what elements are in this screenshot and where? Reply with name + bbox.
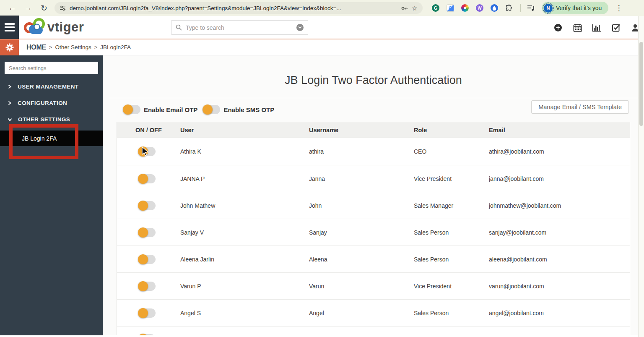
- cell-role: Sales Person: [412, 256, 489, 263]
- nordpass-icon: N: [544, 4, 553, 13]
- cell-user: Sanjay V: [180, 229, 309, 236]
- google-translate-extension-icon[interactable]: G: [447, 4, 454, 12]
- breadcrumb-other-settings[interactable]: Other Settings: [55, 44, 91, 50]
- cell-email: aleena@joobilant.com: [489, 256, 630, 263]
- column-header-role: Role: [412, 127, 489, 133]
- global-search[interactable]: [171, 20, 308, 35]
- settings-search-input[interactable]: [5, 62, 98, 74]
- user-2fa-toggle[interactable]: [139, 201, 156, 210]
- bookmark-star-icon[interactable]: ☆: [412, 4, 418, 12]
- cell-user: Athira K: [180, 148, 309, 155]
- sidebar-item-other-settings[interactable]: OTHER SETTINGS: [0, 111, 103, 128]
- table-header-row: ON / OFF User Username Role Email: [117, 122, 630, 138]
- enable-email-otp-toggle[interactable]: [124, 105, 140, 114]
- grammarly-extension-icon[interactable]: G: [432, 4, 439, 12]
- quick-create-plus-icon[interactable]: [553, 23, 563, 32]
- toggle-knob: [123, 104, 133, 115]
- table-row: Aleena Jarlin Aleena Sales Person aleena…: [117, 246, 630, 272]
- cell-email: varun@joobilant.com: [489, 283, 630, 290]
- cell-username: John: [309, 202, 412, 209]
- reports-chart-icon[interactable]: [592, 23, 601, 32]
- table-row: Sanjay V Sanjay Sales Person sanjay@joob…: [117, 219, 630, 246]
- hamburger-bar: [5, 23, 15, 25]
- address-bar[interactable]: demo.joobilant.com/JBLogin2fa_V8/index.p…: [55, 2, 423, 14]
- user-2fa-toggle[interactable]: [139, 255, 156, 264]
- enable-email-otp-label: Enable Email OTP: [144, 106, 197, 113]
- toggle-knob: [138, 308, 148, 318]
- sidebar-item-label: OTHER SETTINGS: [18, 116, 70, 123]
- cell-email: sanjay@joobilant.com: [489, 229, 630, 236]
- global-search-input[interactable]: [186, 24, 293, 31]
- sidebar-item-configuration[interactable]: CONFIGURATION: [0, 95, 103, 111]
- breadcrumb-home[interactable]: HOME: [26, 44, 46, 51]
- toggle-knob: [138, 281, 148, 291]
- sidebar-item-label: CONFIGURATION: [18, 100, 67, 106]
- tasks-checkbox-icon[interactable]: [611, 23, 621, 32]
- water-drop-extension-icon[interactable]: [491, 4, 498, 12]
- verify-identity-button[interactable]: N Verify that it's you: [542, 2, 608, 14]
- enable-sms-otp-toggle[interactable]: [203, 105, 220, 114]
- cell-username: Sanjay: [309, 229, 412, 236]
- media-side-panel-icon[interactable]: [527, 4, 536, 12]
- cell-role: CEO: [412, 148, 489, 155]
- cell-role: Vice President: [412, 283, 489, 290]
- wordtune-extension-icon[interactable]: W: [476, 4, 483, 12]
- users-2fa-table: ON / OFF User Username Role Email Athira…: [117, 122, 630, 335]
- manage-template-button[interactable]: Manage Email / SMS Template: [531, 100, 629, 114]
- search-scope-dropdown-icon[interactable]: [296, 24, 304, 31]
- cell-username: Varun: [309, 283, 412, 290]
- calendar-icon[interactable]: [573, 23, 582, 32]
- table-row: JANNA P Janna Vice President janna@joobi…: [117, 165, 630, 192]
- color-wheel-extension-icon[interactable]: [461, 4, 469, 12]
- browser-forward-button[interactable]: →: [22, 2, 34, 14]
- cell-user: John Mathew: [180, 202, 309, 209]
- table-row-partial: [117, 326, 630, 335]
- page-title: JB Login Two Factor Authentication: [103, 55, 644, 87]
- url-text: demo.joobilant.com/JBLogin2fa_V8/index.p…: [70, 5, 397, 11]
- title-divider: [109, 98, 644, 98]
- browser-reload-button[interactable]: ↻: [38, 2, 50, 14]
- cell-user: Angel S: [180, 310, 309, 316]
- table-row: Varun P Varun Vice President varun@joobi…: [117, 272, 630, 299]
- cell-username: Aleena: [309, 256, 412, 263]
- toggle-knob: [138, 227, 148, 238]
- browser-menu-icon[interactable]: ⋮: [615, 3, 623, 13]
- cell-user: Aleena Jarlin: [180, 256, 309, 263]
- cell-username: athira: [309, 148, 412, 155]
- gear-icon: [5, 43, 14, 52]
- search-icon: [176, 24, 182, 31]
- cell-email: janna@joobilant.com: [489, 175, 630, 182]
- vtiger-cloud-icon: [23, 18, 47, 37]
- sidebar-item-user-management[interactable]: USER MANAGEMENT: [0, 78, 103, 95]
- cell-role: Sales Person: [412, 310, 489, 316]
- password-key-icon[interactable]: [401, 5, 408, 12]
- cell-username: Angel: [309, 310, 412, 316]
- sidebar-item-label: USER MANAGEMENT: [18, 84, 79, 90]
- toggle-knob: [138, 201, 148, 211]
- scrollbar-thumb[interactable]: [639, 42, 643, 126]
- site-settings-icon[interactable]: [60, 5, 66, 11]
- sidebar-selected-label: JB Login 2FA: [22, 135, 57, 142]
- browser-back-button[interactable]: ←: [6, 2, 18, 14]
- user-2fa-toggle[interactable]: [139, 147, 156, 156]
- hamburger-bar: [5, 26, 15, 28]
- page-scrollbar[interactable]: [638, 16, 644, 337]
- sidebar-item-jb-login-2fa[interactable]: JB Login 2FA: [0, 131, 103, 146]
- user-2fa-toggle[interactable]: [139, 174, 156, 183]
- breadcrumb-jblogin2fa[interactable]: JBLogin2FA: [100, 44, 131, 50]
- settings-sidebar: USER MANAGEMENT CONFIGURATION OTHER SETT…: [0, 55, 103, 335]
- chevron-right-icon: [8, 84, 12, 89]
- user-2fa-toggle[interactable]: [139, 308, 156, 318]
- user-2fa-toggle[interactable]: [139, 282, 156, 291]
- hamburger-menu-button[interactable]: [0, 16, 19, 39]
- vtiger-logo[interactable]: vtiger: [23, 18, 84, 37]
- enable-sms-otp-label: Enable SMS OTP: [223, 106, 274, 113]
- settings-gear-button[interactable]: [0, 39, 19, 55]
- cell-username: Janna: [309, 175, 412, 182]
- user-2fa-toggle[interactable]: [139, 228, 156, 237]
- breadcrumb-bar: HOME > Other Settings > JBLogin2FA: [0, 39, 644, 55]
- extensions-row: G G W: [432, 4, 513, 12]
- breadcrumb-separator: >: [49, 44, 52, 50]
- extensions-puzzle-icon[interactable]: [505, 4, 513, 12]
- user-2fa-toggle[interactable]: [139, 334, 156, 335]
